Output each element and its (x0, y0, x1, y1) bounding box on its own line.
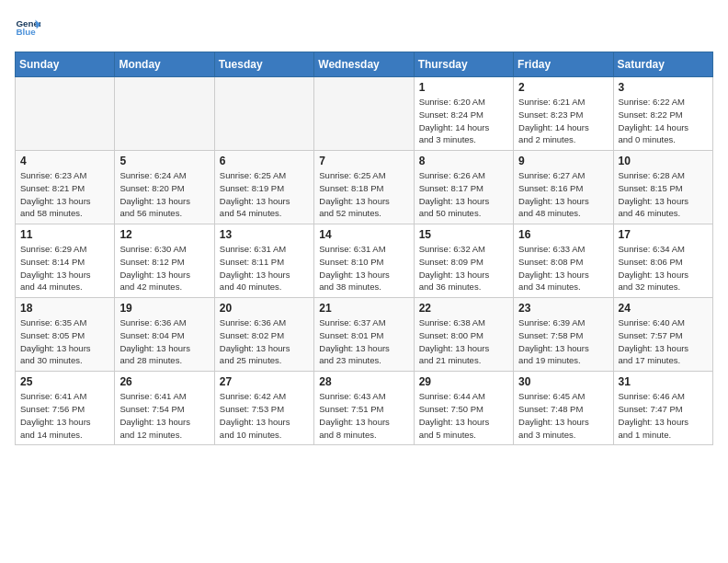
day-number: 20 (220, 302, 309, 315)
day-number: 22 (419, 302, 508, 315)
logo: General Blue (15, 15, 46, 40)
day-number: 16 (518, 228, 608, 241)
calendar-cell: 5Sunrise: 6:24 AM Sunset: 8:20 PM Daylig… (115, 151, 214, 224)
day-info: Sunrise: 6:43 AM Sunset: 7:51 PM Dayligh… (319, 390, 408, 441)
calendar-cell: 21Sunrise: 6:37 AM Sunset: 8:01 PM Dayli… (314, 298, 414, 372)
col-header-tuesday: Tuesday (214, 52, 313, 77)
day-info: Sunrise: 6:33 AM Sunset: 8:08 PM Dayligh… (518, 243, 608, 293)
day-info: Sunrise: 6:27 AM Sunset: 8:16 PM Dayligh… (518, 169, 608, 220)
day-info: Sunrise: 6:36 AM Sunset: 8:04 PM Dayligh… (119, 316, 209, 367)
calendar-cell: 17Sunrise: 6:34 AM Sunset: 8:06 PM Dayli… (613, 224, 712, 298)
day-number: 26 (119, 375, 209, 388)
calendar-cell: 13Sunrise: 6:31 AM Sunset: 8:11 PM Dayli… (214, 224, 313, 298)
calendar-cell: 26Sunrise: 6:41 AM Sunset: 7:54 PM Dayli… (115, 372, 214, 445)
calendar-cell: 12Sunrise: 6:30 AM Sunset: 8:12 PM Dayli… (115, 224, 214, 298)
calendar-cell: 16Sunrise: 6:33 AM Sunset: 8:08 PM Dayli… (514, 224, 613, 298)
day-info: Sunrise: 6:37 AM Sunset: 8:01 PM Dayligh… (319, 316, 408, 367)
day-number: 11 (20, 228, 109, 241)
page-header: General Blue (15, 15, 713, 40)
col-header-wednesday: Wednesday (314, 52, 414, 77)
svg-text:Blue: Blue (16, 27, 36, 37)
day-info: Sunrise: 6:29 AM Sunset: 8:14 PM Dayligh… (20, 243, 109, 293)
day-number: 10 (619, 155, 708, 167)
calendar-cell: 29Sunrise: 6:44 AM Sunset: 7:50 PM Dayli… (414, 372, 513, 445)
day-info: Sunrise: 6:41 AM Sunset: 7:56 PM Dayligh… (20, 390, 109, 441)
day-info: Sunrise: 6:31 AM Sunset: 8:11 PM Dayligh… (220, 243, 309, 293)
day-info: Sunrise: 6:31 AM Sunset: 8:10 PM Dayligh… (319, 243, 408, 293)
day-info: Sunrise: 6:24 AM Sunset: 8:20 PM Dayligh… (119, 169, 209, 220)
col-header-sunday: Sunday (16, 52, 115, 77)
day-number: 13 (220, 228, 309, 241)
calendar-cell: 23Sunrise: 6:39 AM Sunset: 7:58 PM Dayli… (514, 298, 613, 372)
day-info: Sunrise: 6:45 AM Sunset: 7:48 PM Dayligh… (518, 390, 608, 441)
calendar-cell (16, 77, 115, 151)
calendar-cell (214, 77, 313, 151)
calendar-cell (115, 77, 214, 151)
calendar-cell: 7Sunrise: 6:25 AM Sunset: 8:18 PM Daylig… (314, 151, 414, 224)
day-info: Sunrise: 6:34 AM Sunset: 8:06 PM Dayligh… (619, 243, 708, 293)
day-number: 6 (220, 155, 309, 167)
calendar-cell: 22Sunrise: 6:38 AM Sunset: 8:00 PM Dayli… (414, 298, 513, 372)
day-info: Sunrise: 6:25 AM Sunset: 8:19 PM Dayligh… (220, 169, 309, 220)
calendar-cell: 2Sunrise: 6:21 AM Sunset: 8:23 PM Daylig… (514, 77, 613, 151)
calendar-cell: 8Sunrise: 6:26 AM Sunset: 8:17 PM Daylig… (414, 151, 513, 224)
calendar-cell: 11Sunrise: 6:29 AM Sunset: 8:14 PM Dayli… (16, 224, 115, 298)
day-info: Sunrise: 6:21 AM Sunset: 8:23 PM Dayligh… (518, 96, 608, 146)
calendar-cell: 28Sunrise: 6:43 AM Sunset: 7:51 PM Dayli… (314, 372, 414, 445)
calendar-cell: 4Sunrise: 6:23 AM Sunset: 8:21 PM Daylig… (16, 151, 115, 224)
col-header-friday: Friday (514, 52, 613, 77)
day-info: Sunrise: 6:35 AM Sunset: 8:05 PM Dayligh… (20, 316, 109, 367)
calendar-cell: 19Sunrise: 6:36 AM Sunset: 8:04 PM Dayli… (115, 298, 214, 372)
day-info: Sunrise: 6:25 AM Sunset: 8:18 PM Dayligh… (319, 169, 408, 220)
day-number: 8 (419, 155, 508, 167)
day-info: Sunrise: 6:40 AM Sunset: 7:57 PM Dayligh… (619, 316, 708, 367)
day-number: 23 (518, 302, 608, 315)
day-info: Sunrise: 6:36 AM Sunset: 8:02 PM Dayligh… (220, 316, 309, 367)
calendar-cell: 14Sunrise: 6:31 AM Sunset: 8:10 PM Dayli… (314, 224, 414, 298)
day-info: Sunrise: 6:44 AM Sunset: 7:50 PM Dayligh… (419, 390, 508, 441)
col-header-thursday: Thursday (414, 52, 513, 77)
day-number: 19 (119, 302, 209, 315)
calendar-cell: 15Sunrise: 6:32 AM Sunset: 8:09 PM Dayli… (414, 224, 513, 298)
day-info: Sunrise: 6:26 AM Sunset: 8:17 PM Dayligh… (419, 169, 508, 220)
col-header-saturday: Saturday (613, 52, 712, 77)
col-header-monday: Monday (115, 52, 214, 77)
day-info: Sunrise: 6:41 AM Sunset: 7:54 PM Dayligh… (119, 390, 209, 441)
day-number: 3 (619, 81, 708, 94)
week-row-3: 11Sunrise: 6:29 AM Sunset: 8:14 PM Dayli… (16, 224, 713, 298)
calendar-cell: 3Sunrise: 6:22 AM Sunset: 8:22 PM Daylig… (613, 77, 712, 151)
day-number: 12 (119, 228, 209, 241)
day-number: 21 (319, 302, 408, 315)
day-info: Sunrise: 6:38 AM Sunset: 8:00 PM Dayligh… (419, 316, 508, 367)
day-number: 27 (220, 375, 309, 388)
day-number: 9 (518, 155, 608, 167)
day-number: 14 (319, 228, 408, 241)
day-number: 2 (518, 81, 608, 94)
week-row-5: 25Sunrise: 6:41 AM Sunset: 7:56 PM Dayli… (16, 372, 713, 445)
day-info: Sunrise: 6:32 AM Sunset: 8:09 PM Dayligh… (419, 243, 508, 293)
day-info: Sunrise: 6:39 AM Sunset: 7:58 PM Dayligh… (518, 316, 608, 367)
day-number: 4 (20, 155, 109, 167)
calendar-cell: 27Sunrise: 6:42 AM Sunset: 7:53 PM Dayli… (214, 372, 313, 445)
week-row-1: 1Sunrise: 6:20 AM Sunset: 8:24 PM Daylig… (16, 77, 713, 151)
day-number: 30 (518, 375, 608, 388)
day-info: Sunrise: 6:20 AM Sunset: 8:24 PM Dayligh… (419, 96, 508, 146)
day-number: 18 (20, 302, 109, 315)
day-number: 17 (619, 228, 708, 241)
day-number: 5 (119, 155, 209, 167)
week-row-4: 18Sunrise: 6:35 AM Sunset: 8:05 PM Dayli… (16, 298, 713, 372)
day-number: 7 (319, 155, 408, 167)
calendar-cell (314, 77, 414, 151)
day-number: 25 (20, 375, 109, 388)
logo-icon: General Blue (15, 15, 40, 40)
day-number: 28 (319, 375, 408, 388)
header-row: SundayMondayTuesdayWednesdayThursdayFrid… (16, 52, 713, 77)
calendar-cell: 24Sunrise: 6:40 AM Sunset: 7:57 PM Dayli… (613, 298, 712, 372)
calendar-cell: 9Sunrise: 6:27 AM Sunset: 8:16 PM Daylig… (514, 151, 613, 224)
day-info: Sunrise: 6:23 AM Sunset: 8:21 PM Dayligh… (20, 169, 109, 220)
calendar-table: SundayMondayTuesdayWednesdayThursdayFrid… (15, 52, 713, 445)
day-number: 31 (619, 375, 708, 388)
calendar-cell: 18Sunrise: 6:35 AM Sunset: 8:05 PM Dayli… (16, 298, 115, 372)
calendar-cell: 31Sunrise: 6:46 AM Sunset: 7:47 PM Dayli… (613, 372, 712, 445)
day-info: Sunrise: 6:30 AM Sunset: 8:12 PM Dayligh… (119, 243, 209, 293)
